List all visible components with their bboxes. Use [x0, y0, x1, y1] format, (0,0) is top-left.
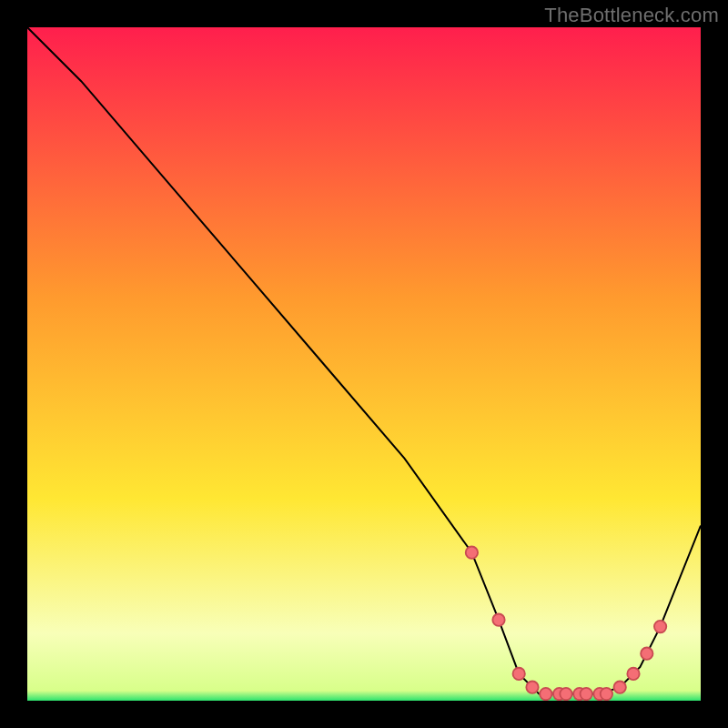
chart-stage: TheBottleneck.com [0, 0, 728, 728]
marker-dot [513, 668, 525, 680]
marker-dot [492, 614, 504, 626]
marker-dot [540, 688, 551, 700]
watermark-text: TheBottleneck.com [544, 4, 719, 27]
marker-dot [526, 682, 538, 693]
gradient-background [27, 27, 701, 701]
marker-dot [641, 648, 652, 660]
marker-dot [466, 547, 478, 559]
marker-dot [581, 688, 592, 700]
marker-dot [654, 621, 666, 632]
marker-dot [627, 668, 639, 680]
marker-dot [601, 688, 612, 700]
chart-svg [27, 27, 701, 701]
marker-dot [560, 688, 571, 700]
marker-dot [614, 682, 626, 693]
